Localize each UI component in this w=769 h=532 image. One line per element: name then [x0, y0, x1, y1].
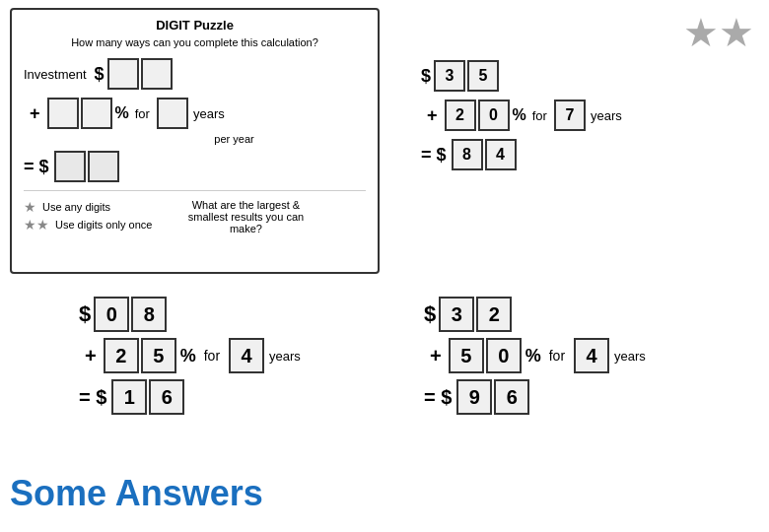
br-for: for: [549, 348, 565, 364]
bl-p2: 5: [141, 338, 176, 373]
bl-investment-row: $ 0 8: [79, 297, 301, 332]
right-pct-2: 0: [478, 100, 510, 131]
br-r1: 9: [456, 379, 492, 415]
bottom-right-section: $ 3 2 + 5 0 % for 4 years = $ 9 6: [424, 291, 646, 421]
bl-r1: 1: [111, 379, 147, 415]
single-star-icon: ★: [24, 199, 36, 215]
percent-digit-2[interactable]: [81, 98, 112, 129]
result-digit-1[interactable]: [54, 151, 86, 182]
br-v1: 3: [439, 297, 474, 332]
what-text: What are the largest & smallest results …: [172, 199, 319, 234]
years-digit-1[interactable]: [157, 98, 188, 129]
br-percent-row: + 5 0 % for 4 years: [424, 338, 646, 373]
bl-equals: = $: [79, 386, 106, 409]
dollar-sign-1: $: [95, 64, 105, 85]
right-for-text: for: [532, 108, 547, 123]
some-answers-title: Some Answers: [10, 473, 263, 514]
bl-v1: 0: [94, 297, 129, 332]
bottom-left-section: $ 0 8 + 2 5 % for 4 years = $ 1 6: [79, 291, 301, 421]
right-inv-1: 3: [434, 60, 465, 92]
right-years-val: 7: [554, 100, 586, 131]
right-percent-row: + 2 0 % for 7 years: [421, 100, 747, 131]
result-digit-2[interactable]: [88, 151, 119, 182]
br-years: years: [614, 349, 646, 364]
br-p2: 0: [486, 338, 522, 373]
br-v2: 2: [476, 297, 512, 332]
right-plus: +: [427, 105, 438, 126]
br-years-val: 4: [574, 338, 609, 373]
bl-percent-row: + 2 5 % for 4 years: [79, 338, 301, 373]
equals-row-1: = $: [24, 151, 366, 182]
use-digits-once-label: Use digits only once: [55, 219, 152, 231]
double-star-icon: ★★: [24, 217, 49, 233]
percent-sign-1: %: [115, 104, 129, 122]
bl-p1: 2: [104, 338, 139, 373]
investment-row: Investment $: [24, 58, 366, 90]
puzzle-box: DIGIT Puzzle How many ways can you compl…: [10, 8, 380, 274]
investment-label: Investment: [24, 67, 87, 82]
for-text-1: for: [135, 106, 150, 121]
right-percent-sign: %: [513, 106, 526, 124]
bl-years: years: [269, 349, 301, 364]
bl-for: for: [204, 348, 220, 364]
right-example-section: $ 3 5 + 2 0 % for 7 years = $ 8 4: [409, 44, 759, 184]
br-investment-row: $ 3 2: [424, 297, 646, 332]
right-res-1: 8: [452, 139, 483, 170]
per-year-text: per year: [103, 133, 366, 145]
puzzle-subtitle: How many ways can you complete this calc…: [24, 36, 366, 48]
br-equals-row: = $ 9 6: [424, 379, 646, 415]
percent-digit-1[interactable]: [47, 98, 79, 129]
right-inv-2: 5: [467, 60, 499, 92]
plus-operator-1: +: [30, 103, 40, 124]
br-plus: +: [430, 345, 442, 367]
br-equals: = $: [424, 386, 452, 409]
use-any-digits-label: Use any digits: [42, 201, 110, 213]
bl-years-val: 4: [229, 338, 264, 373]
bl-dollar: $: [79, 301, 91, 327]
star-note-row-1: ★ Use any digits: [24, 199, 152, 215]
puzzle-title: DIGIT Puzzle: [24, 18, 366, 33]
percent-row: + % for years: [24, 98, 366, 129]
right-investment-row: $ 3 5: [421, 60, 747, 92]
right-res-2: 4: [485, 139, 517, 170]
br-dollar: $: [424, 301, 436, 327]
equals-sign-1: = $: [24, 157, 49, 177]
br-r2: 6: [494, 379, 529, 415]
br-percent: %: [525, 346, 541, 366]
bl-equals-row: = $ 1 6: [79, 379, 301, 415]
years-text-1: years: [193, 106, 225, 121]
right-equals: = $: [421, 145, 447, 166]
investment-digit-1[interactable]: [107, 58, 139, 90]
right-years-text: years: [591, 108, 622, 123]
right-equals-row: = $ 8 4: [421, 139, 747, 170]
right-pct-1: 2: [445, 100, 476, 131]
investment-digit-2[interactable]: [141, 58, 173, 90]
bl-r2: 6: [149, 379, 184, 415]
star-note-row-2: ★★ Use digits only once: [24, 217, 152, 233]
bl-percent: %: [180, 346, 196, 366]
right-dollar-1: $: [421, 66, 431, 87]
bl-plus: +: [85, 345, 97, 367]
br-p1: 5: [449, 338, 484, 373]
bl-v2: 8: [131, 297, 167, 332]
star-notes: ★ Use any digits ★★ Use digits only once…: [24, 190, 366, 234]
